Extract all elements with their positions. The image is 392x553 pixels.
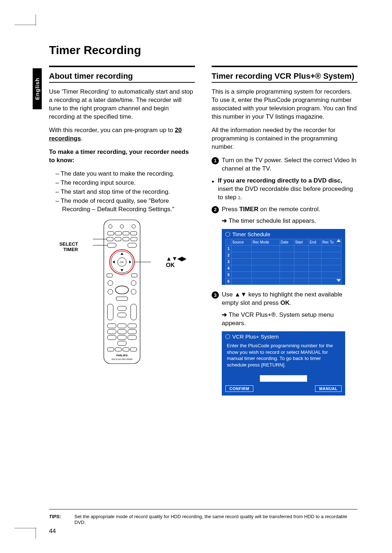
step-number-icon: 3 (212, 291, 219, 299)
vcrplus-system-screen: VCR Plus+ System Enter the PlusCode prog… (222, 331, 345, 396)
step-number-icon: 2 (212, 206, 219, 213)
tips-label: TIPS: (49, 514, 67, 526)
timer-schedule-table: Source Rec Mode Date Start End Rec To 1 … (225, 239, 342, 285)
manual-button: MANUAL (315, 385, 342, 392)
scroll-up-icon (336, 239, 341, 242)
section-about-heading: About timer recording (49, 71, 195, 83)
language-tab: English (33, 68, 42, 109)
needs-item: The start and stop time of the recording… (56, 188, 195, 196)
crop-mark-top-left (15, 15, 36, 36)
svg-text:HDD & DVD RECORDER: HDD & DVD RECORDER (111, 358, 132, 360)
vcrplus-paragraph-2: All the information needed by the record… (212, 126, 358, 151)
dvd-disc-note: If you are recording directly to a DVD d… (212, 177, 358, 202)
needs-item: The mode of record quality, see "Before … (56, 197, 195, 214)
timer-schedule-screen: Timer Schedule Source Rec Mode Date Star… (222, 229, 345, 285)
needs-list: The date you want to make the recording.… (49, 170, 195, 214)
clock-icon (225, 232, 230, 237)
step-1: 1 Turn on the TV power. Select the corre… (212, 156, 358, 173)
section-vcrplus-heading: Timer recording VCR Plus+® System) (212, 71, 358, 83)
confirm-button: CONFIRM (225, 385, 253, 392)
tips-text: Set the appropriate mode of record quali… (74, 514, 358, 526)
clock-icon (225, 334, 230, 339)
left-column: About timer recording Use 'Timer Recordi… (49, 66, 195, 401)
vcrplus-paragraph-1: This is a simple programming system for … (212, 88, 358, 121)
remote-diagram: SELECT TIMER ▲▼◀▶ OK (49, 219, 195, 368)
svg-text:PHILIPS: PHILIPS (116, 354, 128, 357)
step-2-result: The timer schedule list appears. (212, 217, 358, 225)
page-number: 44 (49, 528, 56, 535)
pluscode-input-field (260, 375, 307, 382)
step-2: 2 Press TIMER on the remote control. (212, 205, 358, 214)
about-paragraph-2: With this recorder, you can pre-program … (49, 126, 195, 143)
tips-footer: TIPS: Set the appropriate mode of record… (49, 514, 358, 526)
svg-text:OK: OK (120, 261, 124, 263)
vcrplus-instruction-text: Enter the PlusCode programming number fo… (222, 341, 345, 372)
right-column: Timer recording VCR Plus+® System) This … (212, 66, 358, 401)
remote-label-arrows-ok: ▲▼◀▶ OK (166, 255, 186, 268)
screen-title: VCR Plus+ System (232, 333, 279, 340)
needs-item: The recording input source. (56, 179, 195, 187)
crop-mark-bottom-left (15, 517, 36, 538)
page-title: Timer Recording (49, 44, 358, 57)
needs-item: The date you want to make the recording. (56, 170, 195, 178)
remote-control-icon: OK (93, 219, 151, 364)
scroll-down-icon (336, 279, 341, 282)
svg-rect-0 (104, 220, 140, 364)
needs-heading: To make a timer recording, your recorder… (49, 148, 195, 165)
step-3-result: The VCR Plus+®. System setup menu appear… (212, 311, 358, 328)
footer-rule (49, 509, 358, 509)
remote-label-select-timer: SELECT TIMER (49, 242, 78, 252)
screen-title: Timer Schedule (232, 231, 270, 237)
step-3: 3 Use ▲▼ keys to highlight the next avai… (212, 291, 358, 307)
about-paragraph-1: Use 'Timer Recording' to automatically s… (49, 88, 195, 121)
step-number-icon: 1 (212, 157, 219, 164)
